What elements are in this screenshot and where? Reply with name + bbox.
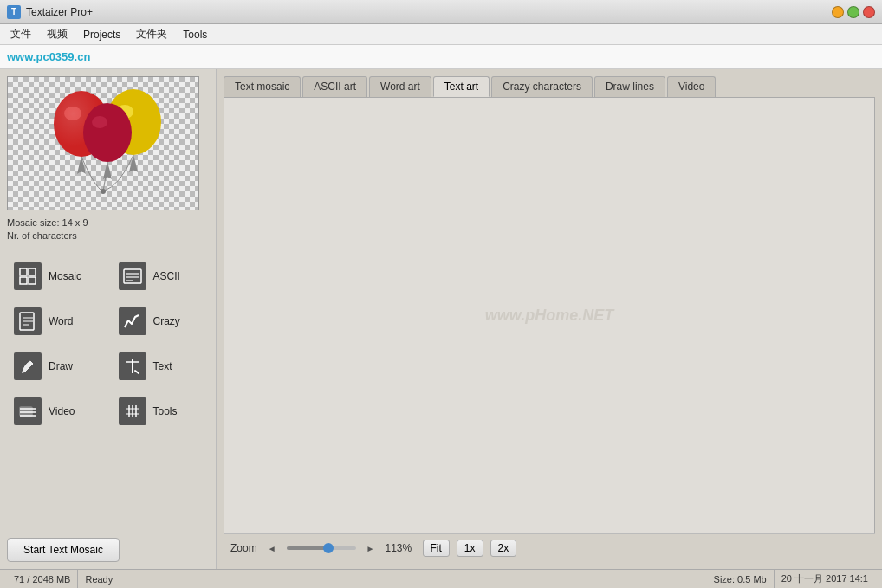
main-content: Mosaic size: 14 x 9 Nr. of characters Mo… (0, 69, 882, 569)
crazy-label: Crazy (153, 315, 180, 327)
ready-status: Ready (78, 570, 120, 588)
tab-word-art[interactable]: Word art (369, 76, 431, 97)
ready-text: Ready (85, 574, 113, 585)
ascii-button[interactable]: ASCII (112, 257, 210, 295)
mosaic-button[interactable]: Mosaic (7, 257, 105, 295)
tools-icon (119, 397, 146, 425)
menu-video[interactable]: 视频 (40, 25, 75, 43)
zoom-slider[interactable] (287, 546, 356, 550)
watermark-text: www.pc0359.cn (7, 50, 90, 63)
word-icon (14, 307, 42, 335)
tab-text-art[interactable]: Text art (433, 76, 490, 97)
zoom-bar: Zoom ◄ ► 113% Fit 1x 2x (224, 533, 875, 562)
zoom-percent: 113% (386, 542, 416, 554)
menu-bar: 文件 视频 Projects 文件夹 Tools (0, 24, 882, 45)
memory-status: 71 / 2048 MB (7, 570, 78, 588)
video-label: Video (49, 405, 75, 417)
zoom-increase-button[interactable]: ► (363, 542, 379, 555)
tab-ascii-art[interactable]: ASCII art (302, 76, 367, 97)
title-bar: T Textaizer Pro+ (0, 0, 882, 24)
image-preview (7, 76, 199, 210)
menu-tools[interactable]: Tools (176, 27, 214, 42)
balloon-image (8, 77, 198, 210)
word-button[interactable]: Word (7, 302, 105, 340)
zoom-decrease-button[interactable]: ◄ (264, 542, 280, 555)
canvas-watermark: www.pHome.NET (485, 307, 613, 325)
video-icon (14, 397, 42, 425)
text-label: Text (153, 360, 172, 372)
size-text: Size: 0.5 Mb (714, 574, 767, 585)
tool-grid: Mosaic ASCII (7, 257, 209, 430)
memory-text: 71 / 2048 MB (14, 574, 70, 585)
start-btn-container: Start Text Mosaic (7, 524, 209, 562)
crazy-button[interactable]: Crazy (112, 302, 210, 340)
svg-point-5 (83, 103, 132, 162)
svg-rect-11 (29, 277, 36, 284)
right-panel: Text mosaic ASCII art Word art Text art … (217, 69, 882, 569)
text-icon (119, 352, 146, 380)
minimize-button[interactable] (832, 6, 844, 18)
zoom-label: Zoom (230, 542, 257, 554)
nr-characters: Nr. of characters (7, 230, 209, 241)
svg-point-6 (92, 116, 107, 128)
menu-file[interactable]: 文件 (3, 25, 38, 43)
tab-bar: Text mosaic ASCII art Word art Text art … (224, 76, 875, 97)
zoom-thumb[interactable] (323, 543, 334, 553)
tab-video[interactable]: Video (667, 76, 716, 97)
tab-crazy-characters[interactable]: Crazy characters (491, 76, 593, 97)
tools-label: Tools (153, 405, 178, 417)
size-status: Size: 0.5 Mb (707, 570, 775, 588)
menu-projects[interactable]: Projects (76, 27, 127, 42)
one-x-button[interactable]: 1x (457, 540, 483, 557)
tab-text-mosaic[interactable]: Text mosaic (224, 76, 301, 97)
left-panel: Mosaic size: 14 x 9 Nr. of characters Mo… (0, 69, 217, 569)
app-title: Textaizer Pro+ (26, 6, 93, 18)
two-x-button[interactable]: 2x (490, 540, 517, 557)
svg-rect-8 (20, 268, 27, 275)
mosaic-icon (14, 262, 42, 290)
svg-rect-12 (124, 269, 141, 283)
canvas-area: www.pHome.NET (224, 97, 875, 533)
status-bar: 71 / 2048 MB Ready Size: 0.5 Mb 20 十一月 2… (0, 569, 882, 588)
maximize-button[interactable] (847, 6, 859, 18)
svg-rect-9 (29, 268, 36, 275)
crazy-icon (119, 307, 146, 335)
draw-icon (14, 352, 42, 380)
watermark-bar: www.pc0359.cn (0, 45, 882, 69)
close-button[interactable] (863, 6, 875, 18)
mosaic-label: Mosaic (49, 270, 81, 282)
word-label: Word (49, 315, 73, 327)
tools-button[interactable]: Tools (112, 392, 210, 430)
text-button[interactable]: Text (112, 347, 210, 385)
zoom-slider-fill (287, 546, 325, 550)
date-status: 20 十一月 2017 14:1 (775, 570, 875, 588)
ascii-label: ASCII (153, 270, 180, 282)
draw-label: Draw (49, 360, 73, 372)
mosaic-size: Mosaic size: 14 x 9 (7, 217, 209, 228)
svg-point-7 (101, 189, 106, 194)
balloons-svg (34, 79, 172, 209)
start-text-mosaic-button[interactable]: Start Text Mosaic (7, 538, 120, 562)
draw-button[interactable]: Draw (7, 347, 105, 385)
video-button[interactable]: Video (7, 392, 105, 430)
app-icon: T (7, 5, 21, 19)
date-text: 20 十一月 2017 14:1 (781, 572, 868, 585)
svg-rect-10 (20, 277, 27, 284)
fit-button[interactable]: Fit (423, 540, 450, 557)
ascii-icon (119, 262, 146, 290)
window-controls (832, 6, 875, 18)
tab-draw-lines[interactable]: Draw lines (594, 76, 665, 97)
menu-folder[interactable]: 文件夹 (129, 25, 174, 43)
